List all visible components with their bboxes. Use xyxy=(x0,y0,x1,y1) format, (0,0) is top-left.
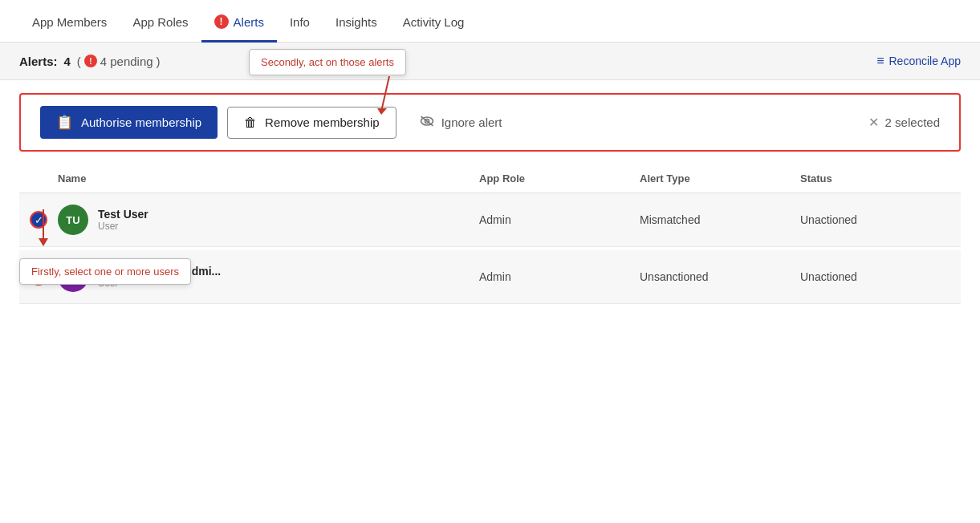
user-cell-1: TU Test User User xyxy=(58,205,479,235)
alert-icon: ! xyxy=(214,14,229,29)
alert-type-value: Mismatched xyxy=(640,213,800,226)
app-role-value: Admin xyxy=(479,213,640,226)
trash-icon: 🗑 xyxy=(244,116,257,130)
authorise-membership-button[interactable]: 📋 Authorise membership xyxy=(40,106,218,139)
selected-count: ✕ 2 selected xyxy=(868,115,940,130)
tooltip-bottom-arrow xyxy=(35,209,51,249)
col-status: Status xyxy=(800,172,961,184)
tooltip-secondly: Secondly, act on those alerts xyxy=(249,49,406,75)
avatar: TU xyxy=(58,205,88,235)
header-bar: Alerts: 4 ( ! 4 pending ) Secondly, act … xyxy=(0,43,980,80)
pending-badge: ( ! 4 pending ) xyxy=(77,55,161,68)
svg-marker-6 xyxy=(39,238,48,246)
col-name: Name xyxy=(58,172,479,184)
action-bar: 📋 Authorise membership 🗑 Remove membersh… xyxy=(19,93,961,152)
tooltip-firstly: Firstly, select one or more users xyxy=(19,258,191,285)
close-icon: ✕ xyxy=(868,115,879,130)
tab-alerts[interactable]: ! Alerts xyxy=(201,0,277,43)
tooltip-arrow xyxy=(377,76,401,115)
status-value: Unactioned xyxy=(800,270,961,283)
svg-marker-1 xyxy=(377,108,387,115)
clipboard-check-icon: 📋 xyxy=(56,114,73,131)
tab-activity-log[interactable]: Activity Log xyxy=(390,1,478,43)
remove-membership-button[interactable]: 🗑 Remove membership xyxy=(227,107,396,139)
alert-type-value: Unsanctioned xyxy=(640,270,800,283)
alerts-count: Alerts: 4 ( ! 4 pending ) xyxy=(19,55,161,68)
user-name: Test User xyxy=(98,208,148,221)
status-value: Unactioned xyxy=(800,213,961,226)
tab-app-members[interactable]: App Members xyxy=(19,1,120,43)
pending-icon: ! xyxy=(84,55,97,67)
nav-tabs: App Members App Roles ! Alerts Info Insi… xyxy=(0,0,980,43)
app-role-value: Admin xyxy=(479,270,640,283)
table-header: Name App Role Alert Type Status xyxy=(19,164,961,193)
svg-line-0 xyxy=(381,76,389,111)
tab-insights[interactable]: Insights xyxy=(323,1,390,43)
col-alert-type: Alert Type xyxy=(640,172,800,184)
user-role: User xyxy=(98,221,148,232)
table-row: ✓ TU Test User User Admin Mismatched Una… xyxy=(19,193,961,247)
col-app-role: App Role xyxy=(479,172,640,184)
ignore-alert-button[interactable]: Ignore alert xyxy=(406,107,515,139)
eye-slash-icon xyxy=(419,115,435,131)
tab-info[interactable]: Info xyxy=(277,1,323,43)
reconcile-button[interactable]: ≡ Reconcile App xyxy=(876,54,961,68)
tab-app-roles[interactable]: App Roles xyxy=(120,1,201,43)
list-icon: ≡ xyxy=(876,54,884,68)
